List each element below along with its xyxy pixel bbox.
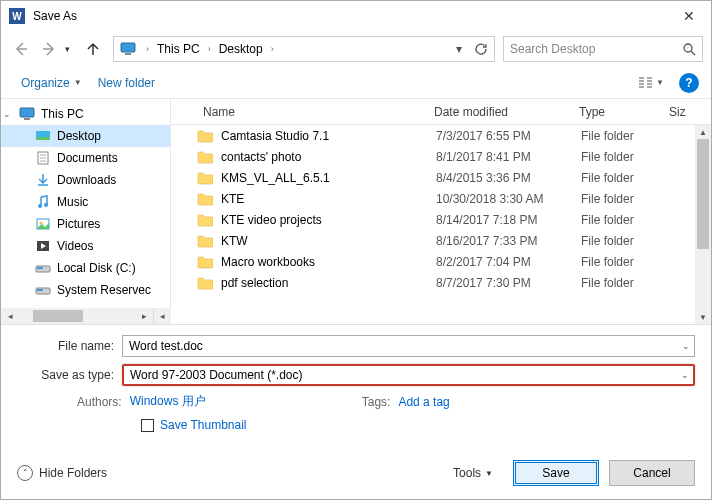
- sidebar-scrollbar[interactable]: ◂ ▸ ◂: [1, 308, 171, 324]
- table-row[interactable]: pdf selection8/7/2017 7:30 PMFile folder: [171, 272, 711, 293]
- titlebar[interactable]: W Save As ✕: [1, 1, 711, 31]
- refresh-button[interactable]: [470, 38, 492, 60]
- file-type: File folder: [573, 129, 663, 143]
- search-input[interactable]: Search Desktop: [503, 36, 703, 62]
- new-folder-button[interactable]: New folder: [90, 76, 163, 90]
- up-button[interactable]: [81, 37, 105, 61]
- back-button[interactable]: [9, 37, 33, 61]
- folder-icon: [197, 150, 213, 164]
- address-bar[interactable]: › This PC › Desktop › ▾: [113, 36, 495, 62]
- word-app-icon: W: [9, 8, 25, 24]
- monitor-icon: [19, 106, 35, 122]
- sidebar-item-videos[interactable]: Videos: [1, 235, 170, 257]
- file-type: File folder: [573, 234, 663, 248]
- history-dropdown[interactable]: ▾: [65, 44, 77, 54]
- col-date[interactable]: Date modified: [426, 105, 571, 119]
- table-row[interactable]: KMS_VL_ALL_6.5.18/4/2015 3:36 PMFile fol…: [171, 167, 711, 188]
- file-date: 10/30/2018 3:30 AM: [428, 192, 573, 206]
- toolbar: Organize ▼ New folder ▼ ?: [1, 67, 711, 99]
- breadcrumb-this-pc[interactable]: This PC: [153, 38, 204, 60]
- filename-input[interactable]: Word test.doc ⌄: [122, 335, 695, 357]
- sidebar-item-desktop[interactable]: Desktop: [1, 125, 170, 147]
- svg-point-8: [38, 204, 42, 208]
- arrow-up-icon: [85, 41, 101, 57]
- videos-icon: [35, 238, 51, 254]
- scroll-right-icon[interactable]: ▸: [135, 308, 153, 324]
- file-date: 8/4/2015 3:36 PM: [428, 171, 573, 185]
- vertical-scrollbar[interactable]: ▲ ▼: [695, 125, 711, 324]
- sidebar-item-local-disk[interactable]: Local Disk (C:): [1, 257, 170, 279]
- arrow-left-icon: [13, 41, 29, 57]
- forward-button[interactable]: [37, 37, 61, 61]
- save-button[interactable]: Save: [513, 460, 599, 486]
- view-options-button[interactable]: ▼: [631, 72, 671, 94]
- chevron-down-icon[interactable]: ⌄: [681, 370, 689, 380]
- svg-point-2: [684, 44, 692, 52]
- hide-folders-button[interactable]: ˄ Hide Folders: [17, 465, 107, 481]
- table-row[interactable]: KTE video projects8/14/2017 7:18 PMFile …: [171, 209, 711, 230]
- scrollbar-thumb[interactable]: [697, 139, 709, 249]
- file-name: KMS_VL_ALL_6.5.1: [221, 171, 428, 185]
- chevron-right-icon[interactable]: ›: [267, 44, 278, 54]
- sidebar-item-system-reserved[interactable]: System Reservec: [1, 279, 170, 301]
- address-dropdown[interactable]: ▾: [448, 38, 470, 60]
- arrow-right-icon: [41, 41, 57, 57]
- svg-rect-14: [37, 267, 43, 269]
- savetype-dropdown[interactable]: Word 97-2003 Document (*.doc) ⌄: [122, 364, 695, 386]
- file-type: File folder: [573, 171, 663, 185]
- scroll-up-icon[interactable]: ▲: [695, 125, 711, 139]
- collapse-icon[interactable]: ⌄: [3, 109, 13, 119]
- chevron-down-icon[interactable]: ⌄: [682, 341, 690, 351]
- search-placeholder: Search Desktop: [510, 42, 595, 56]
- tags-value[interactable]: Add a tag: [398, 395, 449, 409]
- folder-icon: [197, 129, 213, 143]
- table-row[interactable]: Camtasia Studio 7.17/3/2017 6:55 PMFile …: [171, 125, 711, 146]
- file-name: KTE video projects: [221, 213, 428, 227]
- savetype-label: Save as type:: [17, 368, 122, 382]
- downloads-icon: [35, 172, 51, 188]
- save-thumbnail-label[interactable]: Save Thumbnail: [160, 418, 247, 432]
- svg-rect-0: [121, 43, 135, 52]
- scrollbar-thumb-h[interactable]: [33, 310, 83, 322]
- scroll-left-icon[interactable]: ◂: [153, 308, 171, 324]
- breadcrumb-pc-icon[interactable]: [116, 38, 142, 60]
- sidebar-this-pc[interactable]: ⌄ This PC: [1, 103, 170, 125]
- drive-icon: [35, 260, 51, 276]
- breadcrumb-desktop[interactable]: Desktop: [215, 38, 267, 60]
- sidebar-item-music[interactable]: Music: [1, 191, 170, 213]
- table-row[interactable]: Macro workbooks8/2/2017 7:04 PMFile fold…: [171, 251, 711, 272]
- sidebar-item-pictures[interactable]: Pictures: [1, 213, 170, 235]
- close-button[interactable]: ✕: [669, 1, 709, 31]
- col-size[interactable]: Siz: [661, 105, 711, 119]
- folder-icon: [197, 192, 213, 206]
- authors-value[interactable]: Windows 用户: [130, 393, 206, 410]
- chevron-right-icon[interactable]: ›: [142, 44, 153, 54]
- col-name[interactable]: Name: [171, 105, 426, 119]
- svg-rect-6: [36, 137, 50, 140]
- file-date: 8/16/2017 7:33 PM: [428, 234, 573, 248]
- scroll-down-icon[interactable]: ▼: [695, 310, 711, 324]
- sidebar-item-downloads[interactable]: Downloads: [1, 169, 170, 191]
- tags-label: Tags:: [362, 395, 391, 409]
- refresh-icon: [474, 42, 488, 56]
- save-thumbnail-checkbox[interactable]: [141, 419, 154, 432]
- navigation-bar: ▾ › This PC › Desktop › ▾ Search Desktop: [1, 31, 711, 67]
- table-row[interactable]: KTW8/16/2017 7:33 PMFile folder: [171, 230, 711, 251]
- chevron-up-icon: ˄: [17, 465, 33, 481]
- organize-menu[interactable]: Organize ▼: [13, 76, 90, 90]
- help-button[interactable]: ?: [679, 73, 699, 93]
- search-icon[interactable]: [682, 42, 696, 56]
- cancel-button[interactable]: Cancel: [609, 460, 695, 486]
- sidebar-item-documents[interactable]: Documents: [1, 147, 170, 169]
- file-date: 8/7/2017 7:30 PM: [428, 276, 573, 290]
- col-type[interactable]: Type: [571, 105, 661, 119]
- scroll-left-icon[interactable]: ◂: [1, 308, 19, 324]
- dialog-footer: ˄ Hide Folders Tools ▼ Save Cancel: [1, 460, 711, 498]
- file-type: File folder: [573, 213, 663, 227]
- tools-menu[interactable]: Tools ▼: [453, 466, 493, 480]
- table-row[interactable]: KTE10/30/2018 3:30 AMFile folder: [171, 188, 711, 209]
- table-row[interactable]: contacts' photo8/1/2017 8:41 PMFile fold…: [171, 146, 711, 167]
- file-name: contacts' photo: [221, 150, 428, 164]
- file-date: 8/2/2017 7:04 PM: [428, 255, 573, 269]
- chevron-right-icon[interactable]: ›: [204, 44, 215, 54]
